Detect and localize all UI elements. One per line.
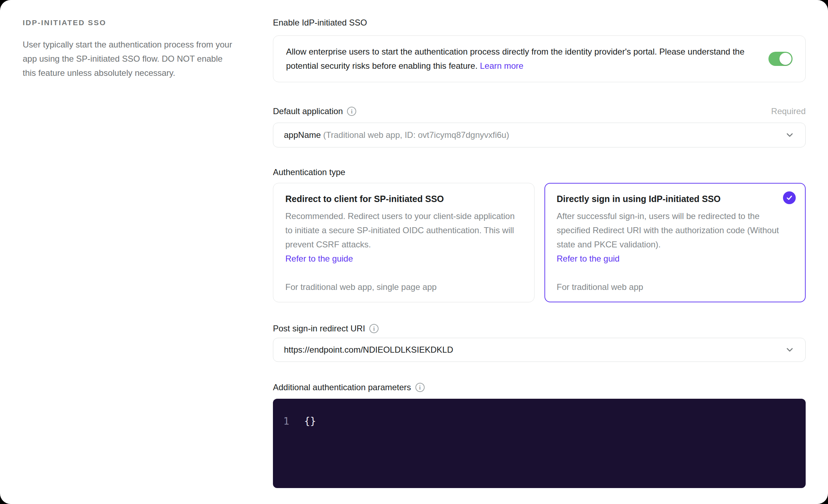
- section-description: User typically start the authentication …: [23, 38, 237, 80]
- auth-params-label: Additional authentication parameters: [273, 382, 411, 392]
- redirect-uri-label: Post sign-in redirect URI: [273, 324, 365, 334]
- default-application-select[interactable]: appName (Traditional web app, ID: ovt7ic…: [273, 123, 806, 147]
- toggle-knob-icon: [779, 53, 791, 65]
- option-idp-initiated[interactable]: Directly sign in using IdP-initiated SSO…: [544, 183, 806, 302]
- section-title: IDP-INITIATED SSO: [23, 18, 273, 27]
- line-code: {}: [304, 414, 316, 429]
- enable-sso-description: Allow enterprise users to start the auth…: [286, 45, 752, 73]
- code-line: 1 {}: [273, 414, 806, 429]
- default-application-value-detail: (Traditional web app, ID: ovt7icymq87dgn…: [321, 130, 509, 140]
- required-badge: Required: [771, 106, 806, 116]
- option-description: After successful sign-in, users will be …: [557, 209, 794, 266]
- learn-more-link[interactable]: Learn more: [480, 61, 524, 71]
- redirect-uri-select[interactable]: https://endpoint.com/NDIEOLDLKSIEKDKLD: [273, 338, 806, 362]
- sso-form: Enable IdP-initiated SSO Allow enterpris…: [273, 17, 806, 488]
- enable-sso-label: Enable IdP-initiated SSO: [273, 17, 806, 28]
- refer-guide-link[interactable]: Refer to the guid: [557, 252, 620, 266]
- section-sidebar: IDP-INITIATED SSO User typically start t…: [23, 17, 273, 488]
- option-footnote: For traditional web app: [557, 282, 794, 292]
- chevron-down-icon: [785, 130, 795, 140]
- option-description: Recommended. Redirect users to your clie…: [285, 209, 522, 266]
- option-sp-initiated[interactable]: Redirect to client for SP-initiated SSO …: [273, 183, 535, 302]
- enable-sso-toggle[interactable]: [768, 52, 793, 66]
- settings-page: IDP-INITIATED SSO User typically start t…: [0, 0, 828, 504]
- info-icon[interactable]: i: [415, 383, 425, 392]
- chevron-down-icon: [785, 345, 795, 355]
- line-number: 1: [273, 414, 289, 429]
- option-footnote: For traditional web app, single page app: [285, 282, 522, 292]
- selected-check-icon: [783, 191, 796, 204]
- refer-guide-link[interactable]: Refer to the guide: [285, 252, 353, 266]
- option-title: Redirect to client for SP-initiated SSO: [285, 194, 522, 204]
- redirect-uri-value: https://endpoint.com/NDIEOLDLKSIEKDKLD: [284, 345, 453, 354]
- default-application-value: appName: [284, 130, 321, 140]
- info-icon[interactable]: i: [369, 324, 379, 333]
- authentication-type-label: Authentication type: [273, 167, 806, 178]
- default-application-label: Default application: [273, 106, 343, 116]
- option-title: Directly sign in using IdP-initiated SSO: [557, 194, 794, 204]
- enable-sso-card: Allow enterprise users to start the auth…: [273, 35, 806, 82]
- auth-params-code-editor[interactable]: 1 {}: [273, 399, 806, 488]
- authentication-type-options: Redirect to client for SP-initiated SSO …: [273, 183, 806, 302]
- info-icon[interactable]: i: [347, 107, 356, 116]
